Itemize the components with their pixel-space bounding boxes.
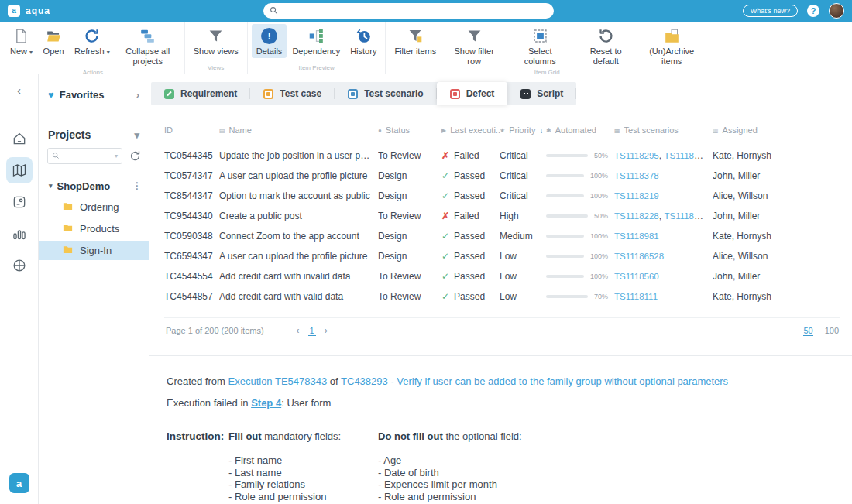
next-page-icon[interactable]: ›	[325, 325, 328, 336]
tab-defect[interactable]: Defect	[437, 82, 508, 105]
aqua-logo-icon[interactable]: a	[9, 473, 29, 493]
refresh-button[interactable]: Refresh ▾	[70, 24, 115, 58]
details-button[interactable]: !Details	[252, 24, 287, 58]
instruction-block: Instruction: Fill out mandatory fields:-…	[167, 430, 837, 502]
current-page[interactable]: 1	[308, 326, 316, 336]
table-row[interactable]: TC0574347A user can upload the profile p…	[164, 166, 840, 186]
global-search[interactable]	[263, 3, 554, 19]
tree-item-sign-in[interactable]: Sign-In	[39, 241, 149, 260]
testcase-link[interactable]: TC438293 - Verify if user can be added t…	[341, 375, 728, 387]
tree-item-ordering[interactable]: Ordering	[39, 197, 149, 217]
refresh-projects-icon[interactable]	[128, 149, 142, 163]
new-button[interactable]: New ▾	[5, 24, 37, 58]
rail-home-icon[interactable]	[6, 125, 33, 152]
favorites-section[interactable]: ♥ Favorites ›	[39, 85, 149, 104]
scenario-link[interactable]: TS11186528	[614, 252, 664, 261]
scenario-link[interactable]: TS1118111	[614, 292, 658, 301]
page-size-100[interactable]: 100	[825, 326, 839, 336]
cell-id: TC9544340	[164, 211, 219, 221]
step-link[interactable]: Step 4	[251, 397, 281, 409]
column-header-test-scenarios[interactable]: ▦Test scenarios	[614, 125, 713, 135]
instruction-column-2: Do not fill out the optional field:- Age…	[378, 430, 522, 502]
cell-assigned: Kate, Hornysh	[713, 150, 840, 161]
global-search-input[interactable]	[282, 6, 548, 15]
prev-page-icon[interactable]: ‹	[297, 325, 300, 336]
table-row[interactable]: TC0544345Update the job position in a us…	[164, 146, 840, 166]
reset-to-default-button[interactable]: Reset to default	[573, 24, 638, 67]
projects-section-header[interactable]: Projects ▾	[39, 129, 149, 141]
instruction-column-1: Fill out mandatory fields:- First name- …	[228, 430, 378, 502]
test-scenario-icon	[348, 89, 358, 99]
rail-chart-icon[interactable]	[6, 221, 33, 247]
scenario-link[interactable]: TS1118981	[614, 231, 659, 241]
dependency-button[interactable]: Dependency	[287, 24, 345, 58]
tab-test-scenario[interactable]: Test scenario	[335, 82, 436, 105]
column-header-automated[interactable]: ✱Automated	[546, 125, 614, 135]
cell-assigned: Alice, Willson	[713, 251, 840, 262]
instruction-item: - Expences limit per month	[378, 478, 522, 491]
history-button[interactable]: History	[345, 24, 381, 58]
tree-root-shopdemo[interactable]: ▾ ShopDemo ⋮	[39, 177, 149, 195]
column-header-assigned[interactable]: ▥Assigned	[713, 125, 840, 135]
table-row[interactable]: TC0590348Connect Zoom to the app account…	[164, 226, 840, 246]
scenario-link[interactable]: TS1118203	[664, 150, 709, 161]
column-header-priority[interactable]: ★Priority ↓	[500, 125, 546, 135]
chevron-down-icon[interactable]: ▾	[49, 182, 53, 190]
scenario-link[interactable]: TS1118378	[614, 171, 659, 180]
scenario-link[interactable]: TS1118295	[614, 151, 659, 160]
rail-map-icon[interactable]	[6, 157, 33, 183]
open-button[interactable]: Open	[38, 24, 69, 58]
show-views-button[interactable]: Show views	[189, 24, 243, 58]
cell-test-scenarios: TS1118295, TS1118203	[614, 150, 713, 161]
column-header-id[interactable]: ID	[164, 125, 219, 135]
column-header-status[interactable]: ●Status	[378, 125, 441, 135]
column-header-name[interactable]: ▤Name	[219, 125, 378, 135]
rail-release-icon[interactable]	[6, 189, 33, 215]
un-archive-items-button[interactable]: (Un)Archive items	[639, 24, 704, 67]
tab-requirement[interactable]: Requirement	[151, 82, 250, 105]
scenario-link[interactable]: TS1118002	[664, 211, 709, 221]
avatar[interactable]	[829, 3, 844, 19]
chevron-down-icon[interactable]: ▾	[134, 129, 139, 141]
cell-status: To Review	[378, 211, 441, 221]
page-size-50[interactable]: 50	[803, 326, 812, 336]
table-row[interactable]: TC8544347Option to mark the account as p…	[164, 186, 840, 206]
execution-link[interactable]: Execution TE5478343	[228, 375, 328, 387]
chevron-down-icon[interactable]: ▾	[115, 153, 118, 159]
select-columns-button[interactable]: Select columns	[507, 24, 572, 67]
cell-priority: Critical	[500, 190, 546, 201]
scenario-link[interactable]: TS1118219	[614, 191, 659, 201]
column-header-last-executi[interactable]: ▶Last executi...	[441, 125, 500, 135]
toolbar-group-item-grid: Filter itemsShow filter rowSelect column…	[386, 22, 708, 74]
projects-search[interactable]: ▾	[47, 148, 122, 164]
table-row[interactable]: TC4544857Add credit card with valid data…	[164, 286, 840, 307]
collapse-sidebar-icon[interactable]: ‹	[17, 84, 21, 97]
instruction-item: - Last name	[228, 467, 378, 479]
table-row[interactable]: TC6594347A user can upload the profile p…	[164, 246, 840, 266]
whats-new-button[interactable]: What's new?	[743, 5, 798, 17]
chevron-right-icon[interactable]: ›	[136, 89, 139, 101]
scenario-link[interactable]: TS1118228	[614, 211, 659, 221]
kebab-menu-icon[interactable]: ⋮	[132, 180, 142, 191]
filter-items-button[interactable]: Filter items	[390, 24, 441, 58]
tab-test-case[interactable]: Test case	[250, 82, 335, 105]
tree-item-products[interactable]: Products	[39, 219, 149, 238]
created-mid: of	[330, 375, 338, 387]
cell-automated: 50%	[546, 212, 614, 220]
rail-globe-icon[interactable]	[6, 252, 33, 279]
tab-script[interactable]: Script	[507, 82, 576, 105]
collapse-all-projects-button[interactable]: Collapse all projects	[115, 24, 180, 67]
help-icon[interactable]: ?	[807, 5, 819, 17]
show-filter-row-button[interactable]: Show filter row	[441, 24, 507, 67]
execution-failed-line: Execution failed in Step 4: User form	[167, 396, 837, 411]
table-row[interactable]: TC4544554Add credit card with invalid da…	[164, 266, 840, 286]
scenario-link[interactable]: TS1118560	[614, 272, 659, 281]
filter-items-icon	[405, 27, 425, 44]
circle-icon: ●	[378, 127, 382, 134]
cell-priority: Medium	[500, 231, 546, 242]
aqua-logo[interactable]: a aqua	[8, 5, 50, 17]
cell-name: Add credit card with valid data	[219, 291, 378, 302]
instruction-item: - First name	[228, 454, 378, 467]
projects-search-input[interactable]	[62, 152, 112, 161]
table-row[interactable]: TC9544340Create a public postTo Review✗F…	[164, 206, 840, 226]
